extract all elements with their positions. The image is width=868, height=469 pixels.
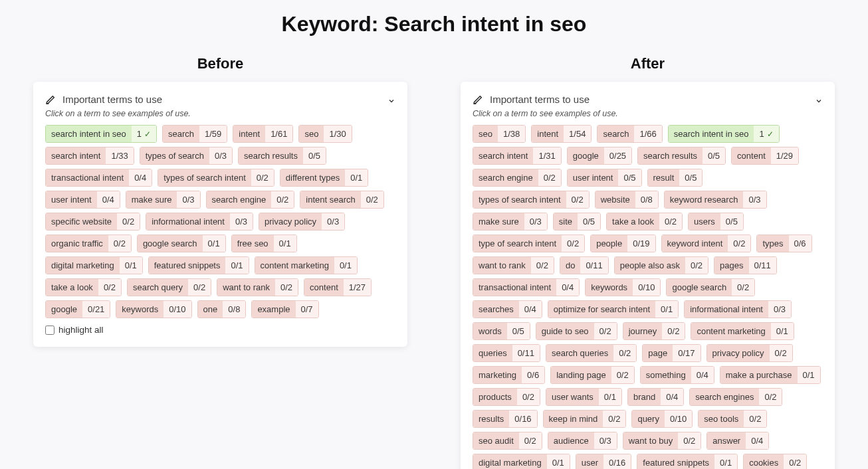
term-pill[interactable]: privacy policy0/3: [259, 213, 345, 231]
term-pill[interactable]: brand0/4: [627, 388, 684, 406]
term-pill[interactable]: website0/8: [595, 191, 659, 209]
term-pill[interactable]: landing page0/2: [550, 366, 635, 384]
term-pill[interactable]: queries0/11: [473, 344, 540, 362]
term-pill[interactable]: search intent in seo1 ✓: [668, 125, 780, 143]
term-pill[interactable]: keywords0/10: [116, 300, 191, 318]
term-pill[interactable]: guide to seo0/2: [536, 322, 617, 340]
term-pill[interactable]: pages0/11: [714, 256, 777, 274]
term-pill[interactable]: user wants0/1: [546, 388, 622, 406]
term-pill[interactable]: organic traffic0/2: [45, 234, 132, 252]
term-pill[interactable]: informational intent0/3: [146, 213, 253, 231]
term-pill[interactable]: make sure0/3: [126, 191, 201, 209]
term-pill[interactable]: want to buy0/2: [623, 432, 702, 450]
term-pill[interactable]: people0/19: [590, 234, 655, 252]
term-pill[interactable]: seo1/38: [473, 125, 526, 143]
term-pill[interactable]: users0/5: [688, 213, 744, 231]
term-pill[interactable]: content1/29: [731, 147, 799, 165]
term-pill[interactable]: search queries0/2: [546, 344, 637, 362]
term-pill[interactable]: keyword research0/3: [664, 191, 767, 209]
term-pill[interactable]: transactional intent0/4: [45, 169, 152, 187]
term-pill[interactable]: search engine0/2: [473, 169, 562, 187]
term-pill[interactable]: content marketing0/1: [691, 322, 794, 340]
term-pill[interactable]: search intent1/33: [45, 147, 134, 165]
term-pill[interactable]: searches0/4: [473, 300, 542, 318]
term-pill[interactable]: intent1/61: [233, 125, 293, 143]
term-pill[interactable]: seo tools0/2: [698, 410, 767, 428]
term-pill[interactable]: site0/5: [553, 213, 601, 231]
term-pill[interactable]: seo audit0/2: [473, 432, 542, 450]
card-header[interactable]: Important terms to use: [45, 94, 395, 105]
term-pill[interactable]: keywords0/10: [585, 278, 661, 296]
term-pill[interactable]: type of search intent0/2: [473, 234, 585, 252]
highlight-all-row[interactable]: highlight all: [45, 325, 395, 335]
term-pill[interactable]: words0/5: [473, 322, 530, 340]
term-pill[interactable]: types of search intent0/2: [473, 191, 590, 209]
term-pill[interactable]: optimize for search intent0/1: [548, 300, 679, 318]
term-pill[interactable]: example0/7: [251, 300, 318, 318]
term-pill[interactable]: privacy policy0/2: [706, 344, 793, 362]
term-pill[interactable]: types of search0/3: [140, 147, 233, 165]
highlight-all-checkbox[interactable]: [45, 326, 54, 335]
term-pill[interactable]: page0/17: [642, 344, 701, 362]
term-pill[interactable]: answer0/4: [706, 432, 769, 450]
term-pill[interactable]: do0/11: [560, 256, 609, 274]
term-pill[interactable]: featured snippets0/1: [148, 256, 249, 274]
term-pill[interactable]: want to rank0/2: [473, 256, 554, 274]
term-pill[interactable]: search query0/2: [127, 278, 211, 296]
term-pill[interactable]: intent1/54: [531, 125, 592, 143]
card-header[interactable]: Important terms to use: [473, 94, 823, 105]
term-pill[interactable]: query0/10: [631, 410, 693, 428]
term-count: 0/2: [108, 235, 131, 252]
term-pill[interactable]: something0/4: [640, 366, 714, 384]
term-pill[interactable]: digital marketing0/1: [473, 454, 570, 469]
term-pill[interactable]: free seo0/1: [231, 234, 297, 252]
chevron-down-icon[interactable]: [387, 96, 395, 104]
term-pill[interactable]: search intent1/31: [473, 147, 562, 165]
term-pill[interactable]: search1/59: [162, 125, 227, 143]
term-pill[interactable]: specific website0/2: [45, 213, 140, 231]
term-pill[interactable]: make a purchase0/1: [720, 366, 821, 384]
term-pill[interactable]: make sure0/3: [473, 213, 548, 231]
term-pill[interactable]: keep in mind0/2: [543, 410, 627, 428]
term-count: 0/4: [97, 191, 120, 208]
term-pill[interactable]: result0/5: [647, 169, 703, 187]
term-pill[interactable]: transactional intent0/4: [473, 278, 580, 296]
term-pill[interactable]: one0/8: [197, 300, 247, 318]
term-pill[interactable]: search engines0/2: [689, 388, 782, 406]
term-pill[interactable]: search engine0/2: [206, 191, 295, 209]
term-pill[interactable]: digital marketing0/1: [45, 256, 143, 274]
term-pill[interactable]: search results0/5: [637, 147, 726, 165]
term-pill[interactable]: marketing0/6: [473, 366, 545, 384]
term-pill[interactable]: types of search intent0/2: [158, 169, 274, 187]
term-pill[interactable]: take a look0/2: [45, 278, 122, 296]
term-pill[interactable]: results0/16: [473, 410, 538, 428]
term-pill[interactable]: search results0/5: [238, 147, 326, 165]
chevron-down-icon[interactable]: [815, 96, 823, 104]
term-pill[interactable]: different types0/1: [280, 169, 369, 187]
term-pill[interactable]: search1/66: [597, 125, 662, 143]
term-pill[interactable]: user0/16: [576, 454, 632, 469]
term-pill[interactable]: informational intent0/3: [684, 300, 792, 318]
term-pill[interactable]: google0/21: [45, 300, 110, 318]
term-pill[interactable]: user intent0/4: [45, 191, 120, 209]
term-pill[interactable]: user intent0/5: [567, 169, 642, 187]
term-pill[interactable]: seo1/30: [298, 125, 352, 143]
term-pill[interactable]: google search0/2: [666, 278, 755, 296]
term-pill[interactable]: featured snippets0/1: [637, 454, 738, 469]
term-pill[interactable]: want to rank0/2: [217, 278, 298, 296]
term-pill[interactable]: people also ask0/2: [614, 256, 708, 274]
term-pill[interactable]: content1/27: [304, 278, 372, 296]
term-pill[interactable]: products0/2: [473, 388, 540, 406]
term-pill[interactable]: content marketing0/1: [255, 256, 358, 274]
term-pill[interactable]: intent search0/2: [300, 191, 384, 209]
term-pill[interactable]: journey0/2: [623, 322, 686, 340]
term-pill[interactable]: cookies0/2: [743, 454, 807, 469]
term-count: 0/11: [512, 345, 540, 361]
term-pill[interactable]: google0/25: [567, 147, 632, 165]
term-pill[interactable]: search intent in seo1 ✓: [45, 125, 157, 143]
term-pill[interactable]: types0/6: [756, 234, 812, 252]
term-pill[interactable]: google search0/1: [137, 234, 226, 252]
term-pill[interactable]: take a look0/2: [606, 213, 683, 231]
term-pill[interactable]: keyword intent0/2: [661, 234, 752, 252]
term-pill[interactable]: audience0/3: [548, 432, 617, 450]
